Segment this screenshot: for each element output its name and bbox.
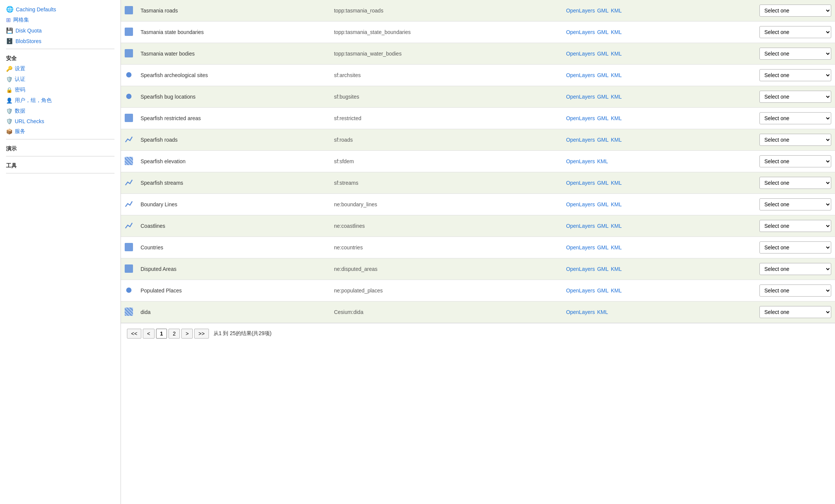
pagination-prev[interactable]: < [143,329,154,339]
layer-action-select[interactable]: Select oneOpenLayersGMLKML [759,112,831,124]
pagination-last[interactable]: >> [194,329,209,339]
layer-action-select[interactable]: Select oneOpenLayersGMLKML [759,134,831,146]
pagination-next[interactable]: > [181,329,193,339]
layer-link-kml[interactable]: KML [611,8,622,14]
polygon-icon [125,243,133,251]
sidebar-item-disk-quota[interactable]: 💾 Disk Quota [0,25,121,36]
sidebar-item-url-checks[interactable]: 🛡️ URL Checks [0,116,121,126]
sidebar-divider-3 [6,156,114,156]
layer-action-select[interactable]: Select oneOpenLayersGMLKML [759,284,831,297]
layer-link-gml[interactable]: GML [597,244,608,250]
layer-link-gml[interactable]: GML [597,72,608,78]
layer-action-select[interactable]: Select oneOpenLayersGMLKML [759,91,831,103]
sidebar-item-auth[interactable]: 🛡️ 认证 [0,74,121,85]
layer-link-openlayers[interactable]: OpenLayers [566,29,595,35]
sidebar-item-data[interactable]: 🛡️ 数据 [0,106,121,116]
layer-action-select[interactable]: Select oneOpenLayersGMLKML [759,263,831,275]
layer-link-gml[interactable]: GML [597,223,608,229]
layer-name: Spearfish restricted areas [137,108,330,129]
layer-link-gml[interactable]: GML [597,8,608,14]
sidebar: 🌐 Caching Defaults ⊞ 网格集 💾 Disk Quota 🗄️… [0,0,121,504]
table-row: Tasmania state boundariestopp:tasmania_s… [121,22,835,43]
layer-action-select[interactable]: Select oneOpenLayersGMLKML [759,69,831,81]
layer-link-kml[interactable]: KML [611,266,622,272]
layer-link-openlayers[interactable]: OpenLayers [566,223,595,229]
layer-link-kml[interactable]: KML [597,309,608,315]
layer-link-gml[interactable]: GML [597,288,608,294]
layer-link-gml[interactable]: GML [597,137,608,143]
layer-action-select[interactable]: Select oneOpenLayersGMLKML [759,26,831,38]
layer-select-cell: Select oneOpenLayersGMLKML [756,151,835,172]
layer-id: topp:tasmania_state_boundaries [330,22,562,43]
pagination-page-1[interactable]: 1 [156,329,167,339]
layer-link-kml[interactable]: KML [611,115,622,121]
pagination-page-2[interactable]: 2 [169,329,180,339]
layer-link-kml[interactable]: KML [611,180,622,186]
layer-link-kml[interactable]: KML [611,137,622,143]
layer-action-select[interactable]: Select oneOpenLayersGMLKML [759,198,831,210]
sidebar-item-blob-stores[interactable]: 🗄️ BlobStores [0,36,121,46]
pagination-first[interactable]: << [127,329,141,339]
table-row: Spearfish archeological sitessf:archsite… [121,65,835,86]
sidebar-item-users[interactable]: 👤 用户，组，角色 [0,95,121,106]
polygon-icon [125,28,133,36]
layer-action-select[interactable]: Select oneOpenLayersGMLKML [759,220,831,232]
layer-link-openlayers[interactable]: OpenLayers [566,137,595,143]
pagination-summary: 从1 到 25的结果(共29项) [213,330,272,337]
layer-link-openlayers[interactable]: OpenLayers [566,51,595,57]
layer-link-openlayers[interactable]: OpenLayers [566,94,595,100]
layer-link-openlayers[interactable]: OpenLayers [566,180,595,186]
layer-action-select[interactable]: Select oneOpenLayersGMLKML [759,155,831,167]
layer-link-gml[interactable]: GML [597,94,608,100]
layer-link-gml[interactable]: GML [597,180,608,186]
layer-icon-cell [121,215,137,237]
layer-action-select[interactable]: Select oneOpenLayersGMLKML [759,177,831,189]
sidebar-item-settings[interactable]: 🔑 设置 [0,63,121,74]
polygon-icon [125,6,133,14]
layer-link-kml[interactable]: KML [597,158,608,164]
sidebar-item-services[interactable]: 📦 服务 [0,126,121,137]
layer-link-openlayers[interactable]: OpenLayers [566,309,595,315]
sidebar-item-password[interactable]: 🔒 密码 [0,85,121,95]
layer-action-select[interactable]: Select oneOpenLayersGMLKML [759,241,831,254]
layer-links: OpenLayersGMLKML [562,0,756,22]
layer-link-openlayers[interactable]: OpenLayers [566,158,595,164]
sidebar-item-grid-set[interactable]: ⊞ 网格集 [0,15,121,25]
layer-link-gml[interactable]: GML [597,266,608,272]
layer-link-openlayers[interactable]: OpenLayers [566,115,595,121]
layer-icon-cell [121,194,137,215]
layer-link-kml[interactable]: KML [611,94,622,100]
layer-link-gml[interactable]: GML [597,115,608,121]
layer-link-kml[interactable]: KML [611,244,622,250]
layer-link-openlayers[interactable]: OpenLayers [566,8,595,14]
layer-link-openlayers[interactable]: OpenLayers [566,201,595,207]
layer-icon-cell [121,65,137,86]
layer-link-kml[interactable]: KML [611,51,622,57]
layer-action-select[interactable]: Select oneOpenLayersGMLKML [759,5,831,17]
layer-name: dida [137,301,330,323]
layer-link-gml[interactable]: GML [597,51,608,57]
layer-name: Spearfish elevation [137,151,330,172]
layer-link-gml[interactable]: GML [597,29,608,35]
layer-link-kml[interactable]: KML [611,72,622,78]
layer-link-openlayers[interactable]: OpenLayers [566,244,595,250]
layer-links: OpenLayersGMLKML [562,237,756,258]
layer-link-kml[interactable]: KML [611,288,622,294]
layer-links: OpenLayersGMLKML [562,280,756,301]
table-row: Countriesne:countriesOpenLayersGMLKMLSel… [121,237,835,258]
layer-select-cell: Select oneOpenLayersGMLKML [756,43,835,65]
layer-link-openlayers[interactable]: OpenLayers [566,266,595,272]
layer-link-kml[interactable]: KML [611,201,622,207]
layer-action-select[interactable]: Select oneOpenLayersGMLKML [759,48,831,60]
layer-links: OpenLayersGMLKML [562,86,756,108]
sidebar-item-caching-defaults[interactable]: 🌐 Caching Defaults [0,4,121,15]
layer-link-openlayers[interactable]: OpenLayers [566,288,595,294]
layer-action-select[interactable]: Select oneOpenLayersGMLKML [759,306,831,318]
layer-link-kml[interactable]: KML [611,223,622,229]
layer-name: Tasmania water bodies [137,43,330,65]
url-icon: 🛡️ [6,118,12,124]
layer-link-openlayers[interactable]: OpenLayers [566,72,595,78]
layer-links: OpenLayersKML [562,151,756,172]
layer-link-gml[interactable]: GML [597,201,608,207]
layer-link-kml[interactable]: KML [611,29,622,35]
